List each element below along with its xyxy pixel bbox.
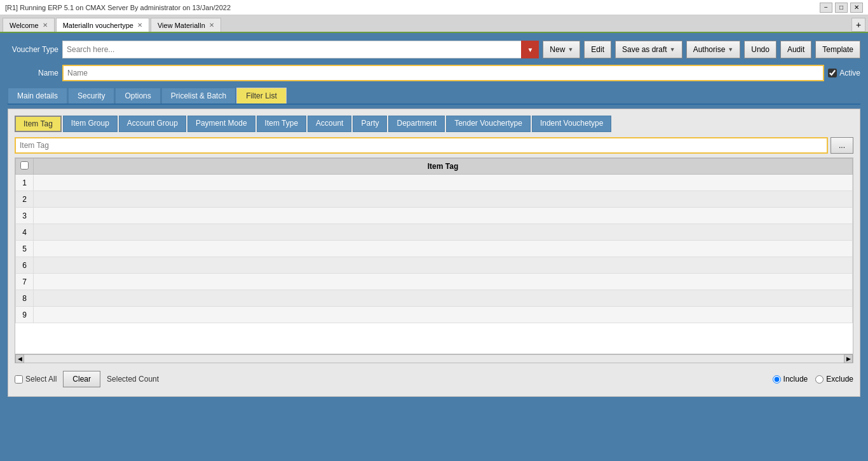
- active-checkbox[interactable]: [828, 69, 837, 77]
- filter-tab-indent-vouchetype[interactable]: Indent Vouchetype: [532, 116, 611, 132]
- authorise-arrow-icon: ▼: [728, 46, 733, 53]
- exclude-radio[interactable]: [815, 375, 824, 384]
- row-5-num: 5: [16, 241, 34, 257]
- section-tab-options[interactable]: Options: [115, 88, 160, 104]
- row-6-num: 6: [16, 257, 34, 274]
- section-tabs: Main details Security Options Pricelist …: [8, 88, 860, 105]
- row-2-num: 2: [16, 191, 34, 208]
- select-all-wrap: Select All: [15, 375, 57, 384]
- minimize-button[interactable]: −: [820, 3, 832, 13]
- tab-view-materialin[interactable]: View MaterialIn ✕: [151, 18, 221, 32]
- filter-tab-tender-vouchertype[interactable]: Tender Vouchertype: [446, 116, 531, 132]
- authorise-button[interactable]: Authorise ▼: [686, 41, 741, 58]
- tab-view-materialin-close[interactable]: ✕: [209, 22, 214, 29]
- filter-tab-party[interactable]: Party: [353, 116, 387, 132]
- tab-view-materialin-label: View MaterialIn: [158, 22, 205, 29]
- table-row: 8: [16, 290, 853, 307]
- row-7-item-tag: [34, 274, 853, 290]
- row-9-item-tag: [34, 307, 853, 323]
- search-input-wrap: ▼: [62, 41, 539, 58]
- row-1-item-tag: [34, 175, 853, 191]
- name-row: Name Active: [8, 65, 860, 81]
- tab-welcome-close[interactable]: ✕: [43, 22, 48, 29]
- table-row: 2: [16, 191, 853, 208]
- audit-button[interactable]: Audit: [780, 41, 811, 58]
- scroll-left-button[interactable]: ◀: [15, 354, 24, 363]
- row-5-item-tag: [34, 241, 853, 257]
- name-input[interactable]: [62, 65, 824, 81]
- close-button[interactable]: ✕: [850, 3, 863, 13]
- row-4-num: 4: [16, 224, 34, 241]
- row-2-item-tag: [34, 191, 853, 208]
- tab-welcome[interactable]: Welcome ✕: [3, 18, 55, 32]
- title-bar: [R1] Running ERP 5.1 on CMAX Server By a…: [0, 0, 868, 15]
- table-header-item-tag: Item Tag: [34, 159, 853, 175]
- filter-tab-account-group[interactable]: Account Group: [119, 116, 186, 132]
- content-panel: Item Tag Item Group Account Group Paymen…: [8, 109, 860, 397]
- filter-tab-department[interactable]: Department: [388, 116, 445, 132]
- row-7-num: 7: [16, 274, 34, 290]
- main-area: Voucher Type ▼ New ▼ Edit Save as draft …: [0, 33, 868, 461]
- table-row: 7: [16, 274, 853, 290]
- tab-add-button[interactable]: +: [851, 18, 865, 32]
- filter-tab-item-group[interactable]: Item Group: [63, 116, 118, 132]
- table-body: 1 2 3 4 5: [16, 175, 853, 323]
- row-6-item-tag: [34, 257, 853, 274]
- tab-materialin-vouchertype[interactable]: MaterialIn vouchertype ✕: [56, 18, 149, 32]
- item-tag-input[interactable]: [15, 137, 828, 154]
- undo-button[interactable]: Undo: [744, 41, 776, 58]
- item-tag-row: ...: [15, 137, 853, 154]
- table-row: 1: [16, 175, 853, 191]
- tab-welcome-label: Welcome: [10, 22, 39, 29]
- filter-tab-account[interactable]: Account: [308, 116, 351, 132]
- filter-tab-payment-mode[interactable]: Payment Mode: [187, 116, 255, 132]
- table-row: 3: [16, 208, 853, 224]
- exclude-label: Exclude: [826, 375, 853, 384]
- data-table-wrap[interactable]: Item Tag 1 2 3: [15, 157, 853, 354]
- save-as-draft-button[interactable]: Save as draft ▼: [615, 41, 682, 58]
- section-tab-pricelist-batch[interactable]: Pricelist & Batch: [161, 88, 236, 104]
- include-label: Include: [783, 375, 808, 384]
- scroll-track: [24, 355, 844, 363]
- row-3-num: 3: [16, 208, 34, 224]
- section-tab-security[interactable]: Security: [68, 88, 114, 104]
- new-button[interactable]: New ▼: [543, 41, 580, 58]
- filter-tab-item-type[interactable]: Item Type: [257, 116, 306, 132]
- active-wrap: Active: [828, 69, 860, 77]
- edit-button[interactable]: Edit: [584, 41, 611, 58]
- row-9-num: 9: [16, 307, 34, 323]
- search-input[interactable]: [62, 41, 539, 58]
- include-exclude-group: Include Exclude: [773, 375, 853, 384]
- exclude-radio-wrap: Exclude: [815, 375, 853, 384]
- search-dropdown-arrow[interactable]: ▼: [521, 41, 539, 58]
- section-tab-main-details[interactable]: Main details: [8, 88, 67, 104]
- voucher-type-label: Voucher Type: [8, 45, 58, 54]
- data-table: Item Tag 1 2 3: [15, 158, 853, 323]
- maximize-button[interactable]: □: [835, 3, 848, 13]
- new-arrow-icon: ▼: [567, 46, 573, 53]
- include-radio[interactable]: [773, 375, 781, 384]
- selected-count-label: Selected Count: [107, 375, 159, 384]
- active-label: Active: [839, 69, 860, 77]
- filter-tab-item-tag[interactable]: Item Tag: [15, 116, 62, 132]
- row-8-item-tag: [34, 290, 853, 307]
- horizontal-scrollbar[interactable]: ◀ ▶: [15, 354, 853, 363]
- clear-button[interactable]: Clear: [63, 371, 100, 387]
- header-checkbox[interactable]: [20, 161, 29, 170]
- section-tab-filter-list[interactable]: Filter List: [236, 88, 287, 104]
- scroll-right-button[interactable]: ▶: [844, 354, 853, 363]
- tab-bar: Welcome ✕ MaterialIn vouchertype ✕ View …: [0, 15, 868, 33]
- include-radio-wrap: Include: [773, 375, 808, 384]
- table-row: 5: [16, 241, 853, 257]
- title-text: [R1] Running ERP 5.1 on CMAX Server By a…: [5, 4, 231, 11]
- toolbar-row: Voucher Type ▼ New ▼ Edit Save as draft …: [8, 41, 860, 58]
- template-button[interactable]: Template: [815, 41, 860, 58]
- select-all-checkbox[interactable]: [15, 375, 23, 384]
- item-tag-browse-button[interactable]: ...: [831, 137, 853, 154]
- row-4-item-tag: [34, 224, 853, 241]
- row-3-item-tag: [34, 208, 853, 224]
- tab-materialin-vouchertype-close[interactable]: ✕: [137, 22, 142, 29]
- table-row: 9: [16, 307, 853, 323]
- bottom-bar: Select All Clear Selected Count Include …: [15, 368, 853, 390]
- save-draft-arrow-icon: ▼: [670, 46, 675, 53]
